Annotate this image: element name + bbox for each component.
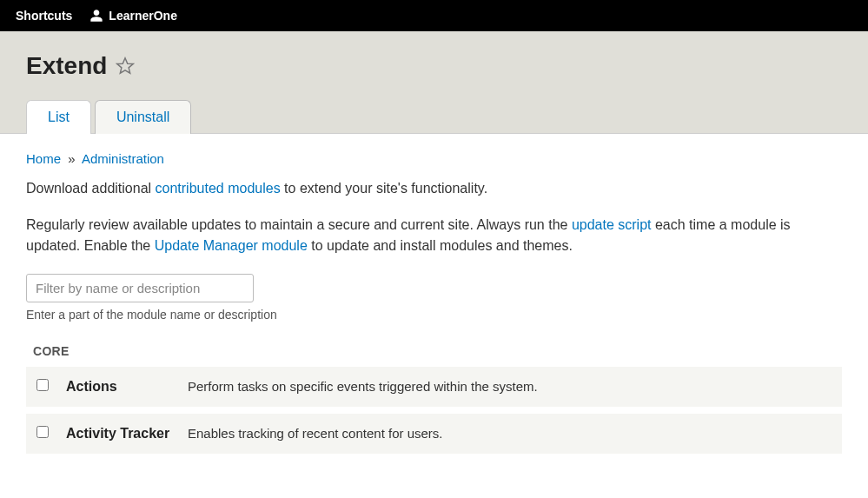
toolbar-user[interactable]: LearnerOne	[81, 0, 186, 31]
tab-list[interactable]: List	[26, 100, 91, 134]
toolbar-shortcuts[interactable]: Shortcuts	[7, 0, 81, 31]
update-p3: to update and install modules and themes…	[308, 238, 573, 253]
filter-hint: Enter a part of the module name or descr…	[26, 308, 842, 322]
toolbar-user-label: LearnerOne	[109, 9, 177, 23]
module-row: Actions Perform tasks on specific events…	[26, 367, 842, 410]
update-manager-link[interactable]: Update Manager module	[155, 238, 308, 253]
module-checkbox[interactable]	[36, 379, 49, 391]
update-text: Regularly review available updates to ma…	[26, 215, 842, 256]
svg-marker-0	[117, 58, 133, 73]
contributed-modules-link[interactable]: contributed modules	[156, 181, 281, 196]
module-row: Activity Tracker Enables tracking of rec…	[26, 410, 842, 454]
star-icon[interactable]	[116, 56, 135, 76]
toolbar-shortcuts-label: Shortcuts	[16, 9, 72, 23]
update-p1: Regularly review available updates to ma…	[26, 217, 572, 232]
page-header: Extend List Uninstall	[0, 31, 868, 134]
breadcrumb-sep: »	[68, 151, 75, 166]
page-title: Extend	[26, 52, 107, 80]
module-name: Activity Tracker	[57, 410, 179, 454]
section-header-core: CORE	[26, 341, 842, 367]
breadcrumb: Home » Administration	[26, 151, 842, 166]
module-checkbox[interactable]	[36, 426, 49, 438]
update-script-link[interactable]: update script	[572, 217, 652, 232]
admin-toolbar: Shortcuts LearnerOne	[0, 0, 868, 31]
user-icon	[89, 9, 103, 23]
tab-uninstall[interactable]: Uninstall	[95, 100, 191, 134]
intro-prefix: Download additional	[26, 181, 156, 196]
module-name: Actions	[57, 367, 179, 410]
tabs: List Uninstall	[26, 99, 842, 133]
module-table: Actions Perform tasks on specific events…	[26, 367, 842, 454]
intro-suffix: to extend your site's functionality.	[281, 181, 487, 196]
breadcrumb-home[interactable]: Home	[26, 151, 61, 166]
module-desc: Enables tracking of recent content for u…	[179, 410, 842, 454]
intro-text: Download additional contributed modules …	[26, 178, 842, 199]
module-desc: Perform tasks on specific events trigger…	[179, 367, 842, 410]
content: Home » Administration Download additiona…	[0, 134, 868, 471]
breadcrumb-admin[interactable]: Administration	[82, 151, 164, 166]
filter-input[interactable]	[26, 274, 254, 302]
